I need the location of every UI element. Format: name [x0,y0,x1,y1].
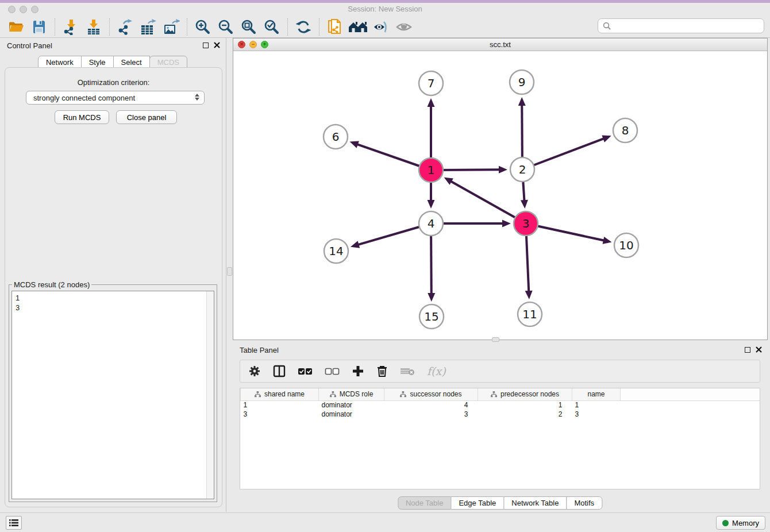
graph-edge-arrowhead [351,241,360,248]
table-panel-tabs: Node TableEdge TableNetwork TableMotifs [398,496,602,510]
tab-motifs[interactable]: Motifs [566,496,602,510]
cell-successor-nodes[interactable]: 3 [384,410,478,419]
memory-button[interactable]: Memory [716,516,765,530]
tab-node-table[interactable]: Node Table [398,496,452,510]
graph-edge-arrowhead [502,220,511,228]
cell-shared-name[interactable]: 1 [241,400,319,410]
cell-predecessor-nodes[interactable]: 1 [478,400,572,410]
cell-name[interactable]: 1 [572,400,621,410]
toolbar-separator [109,18,110,36]
horizontal-splitter-grip[interactable] [492,337,499,342]
close-panel-button[interactable]: Close panel [116,110,177,124]
column-header-predecessor-nodes[interactable]: predecessor nodes [478,388,572,400]
graph-node-label: 8 [622,124,629,137]
run-mcds-button[interactable]: Run MCDS [55,110,109,124]
save-session-icon[interactable] [28,18,51,36]
search-input[interactable] [614,20,764,32]
cell-MCDS-role[interactable]: dominator [319,400,384,410]
criterion-dropdown[interactable]: strongly connected component [26,91,205,105]
vertical-splitter-grip[interactable] [227,267,232,276]
main-toolbar [0,17,770,38]
select-all-icon[interactable] [298,367,313,375]
export-image-icon[interactable] [160,18,183,36]
zoom-selected-icon[interactable] [260,18,283,36]
zoom-in-icon[interactable] [191,18,214,36]
graph-node-label: 11 [522,307,537,321]
close-panel-icon[interactable] [214,42,220,48]
network-maximize-button[interactable]: + [261,41,268,48]
float-table-panel-icon[interactable] [745,347,750,353]
select-none-icon[interactable] [325,367,340,375]
network-view-window: ✕ − + scc.txt 7968124314101511 [233,38,768,340]
cell-predecessor-nodes[interactable]: 2 [478,410,572,419]
column-header-shared-name[interactable]: shared name [241,388,319,400]
memory-label: Memory [732,519,759,527]
table-settings-icon[interactable] [248,365,261,377]
graph-edge-arrowhead [518,97,526,106]
graph-edge-arrowhead [521,200,528,209]
export-table-icon[interactable] [137,18,160,36]
table-row[interactable]: 3dominator323 [241,410,761,419]
column-tree-icon [330,391,336,398]
table-toolbar: f(x) [240,360,760,383]
cell-shared-name[interactable]: 3 [241,410,319,419]
add-row-icon[interactable] [352,365,364,377]
show-all-networks-icon[interactable] [346,18,369,36]
cell-name[interactable]: 3 [572,410,621,419]
control-panel-title: Control Panel [7,41,52,50]
open-session-icon[interactable] [5,18,28,36]
export-network-icon[interactable] [114,18,137,36]
refresh-view-icon[interactable] [292,18,315,36]
delete-row-icon[interactable] [376,365,388,377]
task-history-button[interactable] [6,516,22,530]
node-table[interactable]: shared nameMCDS rolesuccessor nodesprede… [240,388,760,489]
result-scrollbar[interactable] [206,291,214,499]
cell-MCDS-role[interactable]: dominator [319,410,384,419]
import-table-icon[interactable] [82,18,105,36]
graph-edge-3-1[interactable] [451,181,526,223]
float-panel-icon[interactable] [203,43,209,48]
clone-network-icon[interactable] [324,18,346,36]
show-graphics-details-icon[interactable] [392,18,415,36]
hide-selected-icon[interactable] [369,18,392,36]
search-icon [603,22,611,30]
graph-edge-2-8[interactable] [522,138,605,169]
search-box[interactable] [598,18,764,33]
column-header-name[interactable]: name [572,388,621,400]
graph-edge-arrowhead [350,141,359,148]
mcds-result-group: MCDS result (2 nodes) 1 3 [9,284,217,502]
graph-node-label: 9 [518,75,526,89]
status-bar: Memory [0,512,770,532]
panel-split-icon[interactable] [273,365,286,377]
column-header-MCDS-role[interactable]: MCDS role [319,388,384,400]
zoom-fit-icon[interactable] [237,18,260,36]
table-row[interactable]: 1dominator411 [241,400,761,410]
graph-node-label: 6 [332,130,340,144]
tab-network-table[interactable]: Network Table [503,496,567,510]
graph-node-label: 10 [619,238,633,252]
mcds-panel: Optimization criterion: strongly connect… [5,67,222,507]
function-builder-icon[interactable]: f(x) [427,365,446,377]
delete-table-icon[interactable] [400,366,415,376]
network-close-button[interactable]: ✕ [238,41,245,48]
dropdown-stepper-icon [195,94,199,101]
network-canvas[interactable]: 7968124314101511 [233,51,767,340]
graph-edge-arrowhead [499,166,507,174]
graph-edge-arrowhead [603,237,612,244]
control-panel: Control Panel NetworkStyleSelectMCDS Opt… [0,38,226,512]
graph-node-label: 2 [519,163,526,176]
column-header-successor-nodes[interactable]: successor nodes [384,388,478,400]
network-minimize-button[interactable]: − [249,41,257,48]
tab-edge-table[interactable]: Edge Table [451,496,504,510]
network-window-titlebar[interactable]: ✕ − + scc.txt [233,38,767,51]
graph-edge-arrowhead [428,293,435,302]
graph-edge-arrowhead [428,200,435,209]
cell-successor-nodes[interactable]: 4 [384,400,478,410]
column-tree-icon [491,391,497,398]
toolbar-separator [319,18,319,36]
network-graph[interactable]: 7968124314101511 [233,51,767,340]
import-network-icon[interactable] [59,18,82,36]
mcds-result-box[interactable]: 1 3 [11,291,214,499]
close-table-panel-icon[interactable] [756,346,762,353]
zoom-out-icon[interactable] [214,18,237,36]
